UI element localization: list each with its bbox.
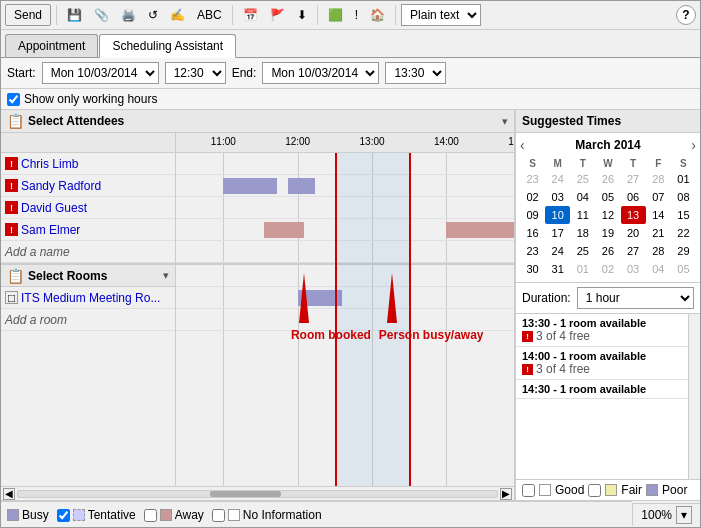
rooms-options[interactable]: ▾	[163, 269, 169, 282]
cal-day-07[interactable]: 07	[646, 188, 671, 206]
end-time-select[interactable]: 13:30	[385, 62, 446, 84]
scrollbar-track[interactable]	[17, 490, 498, 498]
cal-day-15[interactable]: 15	[671, 206, 696, 224]
scroll-left[interactable]: ◀	[3, 488, 15, 500]
address-button[interactable]: 🏠	[365, 5, 390, 25]
print-button[interactable]: 🖨️	[116, 5, 141, 25]
cal-day-26a[interactable]: 26	[595, 170, 620, 188]
cal-day-31[interactable]: 31	[545, 260, 570, 278]
tab-scheduling[interactable]: Scheduling Assistant	[99, 34, 236, 58]
sug-item-1400[interactable]: 14:00 - 1 room available ! 3 of 4 free	[516, 347, 688, 380]
date-form: Start: Mon 10/03/2014 12:30 End: Mon 10/…	[1, 58, 700, 89]
cal-day-05b[interactable]: 05	[671, 260, 696, 278]
start-label: Start:	[7, 66, 36, 80]
legend-tentative-check[interactable]	[57, 509, 70, 522]
priority-button[interactable]: ⬇	[292, 5, 312, 25]
cal-day-13-selected[interactable]: 13	[621, 206, 646, 224]
legend-noinfo-check[interactable]	[212, 509, 225, 522]
zoom-button[interactable]: ▾	[676, 506, 692, 524]
cal-day-29[interactable]: 29	[671, 242, 696, 260]
end-date-select[interactable]: Mon 10/03/2014	[262, 62, 379, 84]
cal-day-28b[interactable]: 28	[646, 242, 671, 260]
cal-day-11[interactable]: 11	[570, 206, 595, 224]
attendee-link-chris[interactable]: Chris Limb	[21, 157, 78, 171]
attendee-link-sam[interactable]: Sam Elmer	[21, 223, 80, 237]
legend-away-check[interactable]	[144, 509, 157, 522]
cal-day-20[interactable]: 20	[621, 224, 646, 242]
cal-day-26b[interactable]: 26	[595, 242, 620, 260]
cal-day-23a[interactable]: 23	[520, 170, 545, 188]
save-button[interactable]: 💾	[62, 5, 87, 25]
cal-day-21[interactable]: 21	[646, 224, 671, 242]
attendee-link-david[interactable]: David Guest	[21, 201, 87, 215]
cal-day-05[interactable]: 05	[595, 188, 620, 206]
refresh-button[interactable]: ↺	[143, 5, 163, 25]
cal-day-24a[interactable]: 24	[545, 170, 570, 188]
cal-day-10-today[interactable]: 10	[545, 206, 570, 224]
calendar-button[interactable]: 📅	[238, 5, 263, 25]
cal-day-06[interactable]: 06	[621, 188, 646, 206]
cal-day-14[interactable]: 14	[646, 206, 671, 224]
flag-button[interactable]: 🚩	[265, 5, 290, 25]
suggested-scrollbar[interactable]	[688, 314, 700, 479]
help-button[interactable]: ?	[676, 5, 696, 25]
cal-day-12[interactable]: 12	[595, 206, 620, 224]
attach-button[interactable]: 📎	[89, 5, 114, 25]
timeline-scrollbar[interactable]: ◀ ▶	[1, 486, 514, 500]
send-button[interactable]: Send	[5, 4, 51, 26]
cal-day-27b[interactable]: 27	[621, 242, 646, 260]
sug-item-1330[interactable]: 13:30 - 1 room available ! 3 of 4 free	[516, 314, 688, 347]
cal-day-08[interactable]: 08	[671, 188, 696, 206]
cal-day-25b[interactable]: 25	[570, 242, 595, 260]
cal-day-25a[interactable]: 25	[570, 170, 595, 188]
sug-item-1430[interactable]: 14:30 - 1 room available	[516, 380, 688, 399]
good-checkbox[interactable]	[522, 484, 535, 497]
tab-appointment[interactable]: Appointment	[5, 34, 98, 57]
cal-prev-button[interactable]: ‹	[520, 137, 525, 153]
cal-day-04b[interactable]: 04	[646, 260, 671, 278]
rule-button[interactable]: !	[350, 5, 363, 25]
cal-day-03b[interactable]: 03	[621, 260, 646, 278]
cal-day-09[interactable]: 09	[520, 206, 545, 224]
cal-day-16[interactable]: 16	[520, 224, 545, 242]
cal-next-button[interactable]: ›	[691, 137, 696, 153]
fair-checkbox[interactable]	[588, 484, 601, 497]
duration-select[interactable]: 1 hour	[577, 287, 694, 309]
start-date-select[interactable]: Mon 10/03/2014	[42, 62, 159, 84]
attendee-link-sandy[interactable]: Sandy Radford	[21, 179, 101, 193]
add-room-link[interactable]: Add a room	[5, 313, 67, 327]
req-icon-chris: !	[5, 157, 18, 170]
cal-day-19[interactable]: 19	[595, 224, 620, 242]
signature-button[interactable]: ✍	[165, 5, 190, 25]
cal-day-01a[interactable]: 01	[671, 170, 696, 188]
add-name-row[interactable]: Add a name	[1, 241, 175, 263]
spellcheck-button[interactable]: ABC	[192, 5, 227, 25]
categories-button[interactable]: 🟩	[323, 5, 348, 25]
cal-day-02b[interactable]: 02	[595, 260, 620, 278]
add-room-row[interactable]: Add a room	[1, 309, 175, 331]
start-time-line	[335, 153, 337, 486]
cal-day-02[interactable]: 02	[520, 188, 545, 206]
cal-day-01b[interactable]: 01	[570, 260, 595, 278]
working-hours-checkbox[interactable]	[7, 93, 20, 106]
cal-day-28a[interactable]: 28	[646, 170, 671, 188]
cal-day-17[interactable]: 17	[545, 224, 570, 242]
cal-day-30[interactable]: 30	[520, 260, 545, 278]
attendees-options[interactable]: ▾	[502, 115, 508, 128]
scroll-right[interactable]: ▶	[500, 488, 512, 500]
cal-day-24b[interactable]: 24	[545, 242, 570, 260]
add-name-link[interactable]: Add a name	[5, 245, 70, 259]
cal-day-23b[interactable]: 23	[520, 242, 545, 260]
format-select[interactable]: Plain text	[401, 4, 481, 26]
req-icon-sam: !	[5, 223, 18, 236]
suggested-list-container: 13:30 - 1 room available ! 3 of 4 free 1…	[516, 314, 700, 479]
legend-tentative: Tentative	[57, 508, 136, 522]
cal-day-04[interactable]: 04	[570, 188, 595, 206]
cal-day-03[interactable]: 03	[545, 188, 570, 206]
scrollbar-thumb[interactable]	[210, 491, 282, 497]
cal-day-27a[interactable]: 27	[621, 170, 646, 188]
start-time-select[interactable]: 12:30	[165, 62, 226, 84]
cal-day-18[interactable]: 18	[570, 224, 595, 242]
room-link-its[interactable]: ITS Medium Meeting Ro...	[21, 291, 160, 305]
cal-day-22[interactable]: 22	[671, 224, 696, 242]
